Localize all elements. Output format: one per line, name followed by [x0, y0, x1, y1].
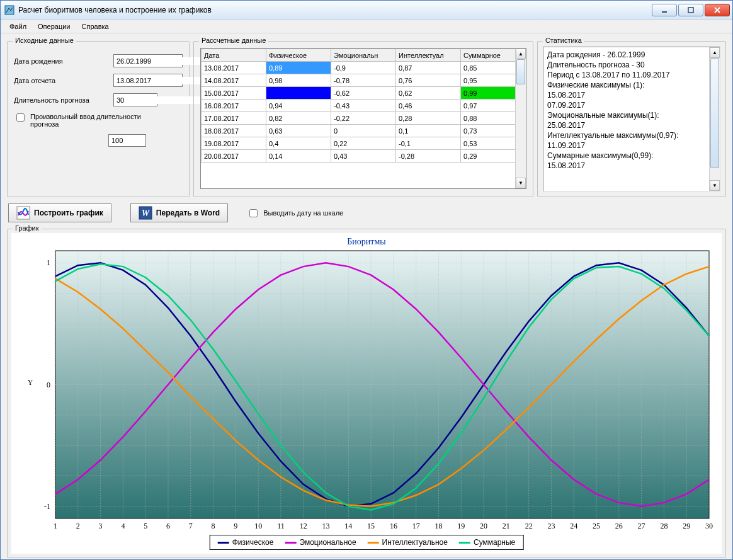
groupbox-stats: Статистика Дата рождения - 26.02.1999Дли… — [537, 41, 726, 197]
titlebar: Расчет биоритмов человека и построение и… — [1, 1, 732, 20]
groupbox-stats-legend: Статистика — [543, 37, 584, 44]
table-cell[interactable]: 18.08.2017 — [202, 125, 266, 137]
groupbox-source: Исходные данные Дата рождения ▼ Дата отс… — [7, 41, 190, 197]
stats-line: Период с 13.08.2017 по 11.09.2017 — [547, 70, 716, 80]
menu-help[interactable]: Справка — [77, 21, 114, 31]
duration-input[interactable]: ▼ — [113, 93, 157, 106]
menubar: Файл Операции Справка — [1, 20, 732, 33]
table-cell[interactable]: 0,1 — [396, 125, 461, 137]
close-button[interactable] — [705, 4, 730, 16]
table-cell[interactable]: -0,62 — [331, 87, 396, 100]
table-cell[interactable]: -0,78 — [331, 74, 396, 87]
ref-date-label: Дата отсчета — [14, 77, 108, 84]
table-header[interactable]: Интеллектуал — [396, 49, 461, 62]
svg-rect-2 — [688, 8, 693, 13]
table-cell[interactable]: 0,43 — [331, 150, 396, 163]
data-table[interactable]: ДатаФизическоеЭмоциональнИнтеллектуалСум… — [200, 48, 526, 189]
table-cell[interactable]: -0,22 — [331, 112, 396, 125]
stats-line: 11.09.2017 — [547, 140, 716, 151]
svg-text:2: 2 — [76, 522, 80, 530]
table-cell[interactable]: -0,28 — [396, 150, 461, 163]
svg-text:20: 20 — [480, 522, 487, 530]
svg-text:16: 16 — [390, 522, 397, 530]
scroll-down-icon[interactable]: ▼ — [710, 180, 720, 191]
maximize-button[interactable] — [678, 4, 703, 16]
svg-text:-1: -1 — [44, 502, 50, 511]
stats-text: Дата рождения - 26.02.1999Длительность п… — [543, 47, 720, 191]
arbitrary-checkbox[interactable] — [16, 113, 25, 122]
table-row[interactable]: 20.08.20170,140,43-0,280,29 — [202, 150, 526, 163]
groupbox-calc: Рассчетные данные ДатаФизическоеЭмоциона… — [193, 41, 533, 197]
table-cell[interactable]: -0,9 — [331, 62, 396, 74]
svg-text:19: 19 — [457, 522, 465, 530]
stats-scrollbar[interactable]: ▲ ▼ — [709, 47, 720, 191]
table-cell[interactable]: 20.08.2017 — [202, 150, 266, 163]
word-export-label: Передать в Word — [156, 209, 220, 217]
arbitrary-value-input[interactable] — [108, 134, 146, 147]
table-cell[interactable]: 15.08.2017 — [202, 87, 266, 100]
ref-date-field[interactable] — [114, 77, 206, 84]
table-header[interactable]: Физическое — [266, 49, 331, 62]
svg-text:21: 21 — [503, 522, 510, 530]
table-cell[interactable]: 0,46 — [396, 100, 461, 112]
table-cell[interactable]: 14.08.2017 — [202, 74, 266, 87]
table-row[interactable]: 16.08.20170,94-0,430,460,97 — [202, 100, 526, 112]
table-cell[interactable]: 19.08.2017 — [202, 137, 266, 150]
word-export-button[interactable]: W Передать в Word — [130, 203, 228, 222]
ref-date-input[interactable]: ▼ — [113, 74, 183, 87]
scroll-up-icon[interactable]: ▲ — [710, 47, 720, 58]
show-date-option[interactable]: Выводить дату на шкале — [247, 207, 343, 219]
table-cell[interactable]: 13.08.2017 — [202, 62, 266, 74]
table-cell[interactable]: 0 — [331, 125, 396, 137]
duration-field[interactable] — [114, 96, 206, 104]
table-cell[interactable]: -0,43 — [331, 100, 396, 112]
scroll-down-icon[interactable]: ▼ — [516, 178, 526, 188]
table-cell[interactable]: 0,94 — [266, 100, 331, 112]
table-cell[interactable]: 0,82 — [266, 112, 331, 125]
legend-item: Интеллектуальное — [368, 538, 448, 547]
table-cell[interactable]: 17.08.2017 — [202, 112, 266, 125]
menu-file[interactable]: Файл — [4, 21, 31, 31]
chart-icon — [16, 206, 30, 220]
svg-text:9: 9 — [234, 522, 237, 530]
table-cell[interactable]: 0,14 — [266, 150, 331, 163]
table-row[interactable]: 13.08.20170,89-0,90,870,85 — [202, 62, 526, 74]
svg-text:25: 25 — [593, 522, 600, 530]
scroll-thumb[interactable] — [710, 58, 719, 168]
table-cell[interactable]: 0,76 — [396, 74, 461, 87]
table-row[interactable]: 14.08.20170,98-0,780,760,95 — [202, 74, 526, 87]
birth-date-field[interactable] — [114, 57, 206, 65]
table-cell[interactable]: 0,22 — [331, 137, 396, 150]
table-cell[interactable]: -0,1 — [396, 137, 461, 150]
table-cell[interactable]: 0,4 — [266, 137, 331, 150]
svg-text:6: 6 — [166, 522, 170, 530]
table-cell[interactable]: 0,87 — [396, 62, 461, 74]
menu-operations[interactable]: Операции — [33, 21, 75, 31]
table-row[interactable]: 19.08.20170,40,22-0,10,53 — [202, 137, 526, 150]
table-cell[interactable]: 0,28 — [396, 112, 461, 125]
scroll-thumb[interactable] — [516, 59, 525, 84]
table-row[interactable]: 15.08.2017-0,620,620,99 — [202, 87, 526, 100]
table-row[interactable]: 17.08.20170,82-0,220,280,88 — [202, 112, 526, 125]
svg-text:17: 17 — [412, 522, 420, 530]
table-cell[interactable] — [266, 87, 331, 100]
table-header[interactable]: Эмоциональн — [331, 49, 396, 62]
birth-date-input[interactable]: ▼ — [113, 54, 183, 67]
scroll-up-icon[interactable]: ▲ — [516, 49, 526, 59]
show-date-checkbox[interactable] — [249, 209, 258, 217]
stats-line: Эмоциональные максимумы(1): — [547, 110, 716, 120]
build-chart-button[interactable]: Построить график — [8, 203, 111, 222]
svg-text:1: 1 — [47, 258, 50, 267]
table-row[interactable]: 18.08.20170,6300,10,73 — [202, 125, 526, 137]
table-header[interactable]: Дата — [202, 49, 266, 62]
table-cell[interactable]: 0,98 — [266, 74, 331, 87]
legend-swatch — [368, 542, 379, 544]
minimize-button[interactable] — [652, 4, 677, 16]
table-cell[interactable]: 0,63 — [266, 125, 331, 137]
table-cell[interactable]: 0,62 — [396, 87, 461, 100]
groupbox-source-legend: Исходные данные — [13, 37, 76, 44]
stats-line: 25.08.2017 — [547, 120, 716, 130]
table-cell[interactable]: 16.08.2017 — [202, 100, 266, 112]
table-cell[interactable]: 0,89 — [266, 62, 331, 74]
table-scrollbar[interactable]: ▲ ▼ — [515, 49, 526, 188]
